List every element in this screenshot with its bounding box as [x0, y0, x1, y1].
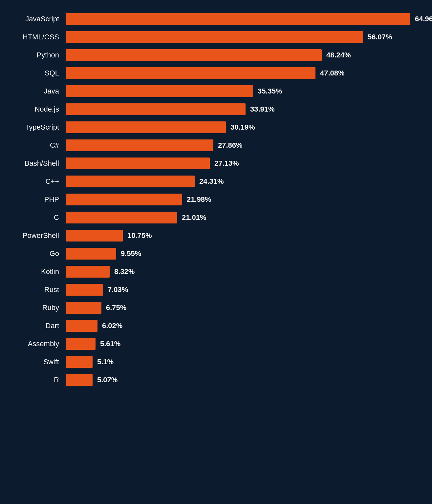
bar-percentage: 47.08% [320, 69, 345, 77]
bar-label: Rust [13, 285, 66, 294]
bar-track: 48.24% [66, 46, 419, 64]
bar-fill [66, 338, 96, 350]
bar-track: 21.01% [66, 208, 419, 226]
bar-track: 24.31% [66, 172, 419, 190]
bar-fill [66, 85, 253, 97]
bar-track: 33.91% [66, 100, 419, 118]
bar-label: Python [13, 51, 66, 59]
bar-fill [66, 212, 177, 223]
bar-row: Swift5.1% [13, 353, 419, 371]
bar-row: JavaScript64.96% [13, 10, 419, 28]
bar-label: Ruby [13, 304, 66, 312]
bar-track: 5.07% [66, 371, 419, 389]
bar-label: C [13, 213, 66, 222]
bar-row: Node.js33.91% [13, 100, 419, 118]
bar-percentage: 33.91% [250, 105, 275, 114]
bar-percentage: 7.03% [108, 285, 128, 294]
bar-track: 10.75% [66, 226, 419, 244]
bar-percentage: 6.02% [102, 322, 122, 330]
bar-percentage: 21.98% [187, 195, 211, 204]
bar-percentage: 30.19% [230, 123, 255, 132]
bar-fill [66, 194, 182, 205]
bar-label: PowerShell [13, 231, 66, 240]
bar-row: Assembly5.61% [13, 335, 419, 353]
bar-percentage: 27.13% [214, 159, 239, 168]
bar-percentage: 5.07% [97, 376, 118, 384]
bar-percentage: 24.31% [199, 177, 224, 186]
bar-track: 8.32% [66, 262, 419, 281]
bar-row: PowerShell10.75% [13, 226, 419, 244]
bar-row: C21.01% [13, 208, 419, 226]
bar-percentage: 64.96% [415, 15, 432, 23]
bar-fill [66, 67, 315, 79]
bar-track: 5.1% [66, 353, 419, 371]
bar-label: Kotlin [13, 267, 66, 276]
bar-label: C# [13, 141, 66, 150]
bar-row: SQL47.08% [13, 64, 419, 82]
bar-track: 27.13% [66, 154, 419, 172]
bar-label: TypeScript [13, 123, 66, 132]
bar-track: 7.03% [66, 281, 419, 299]
bar-percentage: 8.32% [114, 267, 135, 276]
bar-track: 30.19% [66, 118, 419, 136]
bar-track: 56.07% [66, 28, 419, 46]
bar-track: 9.55% [66, 244, 419, 262]
bar-percentage: 56.07% [368, 33, 392, 41]
bar-label: C++ [13, 177, 66, 186]
bar-percentage: 6.75% [106, 304, 126, 312]
bar-row: Bash/Shell27.13% [13, 154, 419, 172]
bar-row: PHP21.98% [13, 190, 419, 208]
bar-fill [66, 121, 226, 133]
bar-percentage: 5.1% [97, 358, 114, 366]
bar-track: 35.35% [66, 82, 419, 100]
bar-label: SQL [13, 69, 66, 77]
bar-fill [66, 320, 97, 332]
bar-row: R5.07% [13, 371, 419, 389]
bar-percentage: 5.61% [100, 340, 120, 348]
bar-percentage: 27.86% [218, 141, 243, 150]
bar-fill [66, 176, 195, 187]
bar-row: Kotlin8.32% [13, 262, 419, 281]
bar-row: Go9.55% [13, 244, 419, 262]
bar-fill [66, 356, 93, 368]
bar-percentage: 10.75% [127, 231, 152, 240]
bar-label: HTML/CSS [13, 33, 66, 41]
bar-label: Dart [13, 322, 66, 330]
bar-row: Python48.24% [13, 46, 419, 64]
bar-row: C++24.31% [13, 172, 419, 190]
bar-track: 47.08% [66, 64, 419, 82]
bar-label: Java [13, 87, 66, 95]
bar-fill [66, 284, 103, 296]
bar-row: TypeScript30.19% [13, 118, 419, 136]
bar-chart: JavaScript64.96%HTML/CSS56.07%Python48.2… [13, 10, 419, 389]
bar-fill [66, 158, 210, 169]
bar-row: C#27.86% [13, 136, 419, 154]
bar-label: PHP [13, 195, 66, 204]
bar-label: R [13, 376, 66, 384]
bar-fill [66, 31, 363, 43]
bar-label: Assembly [13, 340, 66, 348]
bar-percentage: 35.35% [258, 87, 282, 95]
bar-row: Java35.35% [13, 82, 419, 100]
bar-track: 6.02% [66, 317, 419, 335]
bar-fill [66, 374, 93, 386]
bar-label: Go [13, 249, 66, 258]
bar-track: 5.61% [66, 335, 419, 353]
bar-fill [66, 230, 123, 242]
bar-percentage: 21.01% [182, 213, 206, 222]
bar-row: HTML/CSS56.07% [13, 28, 419, 46]
bar-label: JavaScript [13, 15, 66, 23]
bar-track: 6.75% [66, 299, 419, 317]
bar-track: 64.96% [66, 10, 432, 28]
bar-fill [66, 266, 110, 278]
bar-label: Swift [13, 358, 66, 366]
bar-row: Ruby6.75% [13, 299, 419, 317]
bar-label: Node.js [13, 105, 66, 114]
bar-fill [66, 13, 410, 25]
bar-track: 21.98% [66, 190, 419, 208]
bar-track: 27.86% [66, 136, 419, 154]
bar-row: Dart6.02% [13, 317, 419, 335]
bar-label: Bash/Shell [13, 159, 66, 168]
bar-fill [66, 103, 246, 115]
bar-fill [66, 248, 116, 260]
